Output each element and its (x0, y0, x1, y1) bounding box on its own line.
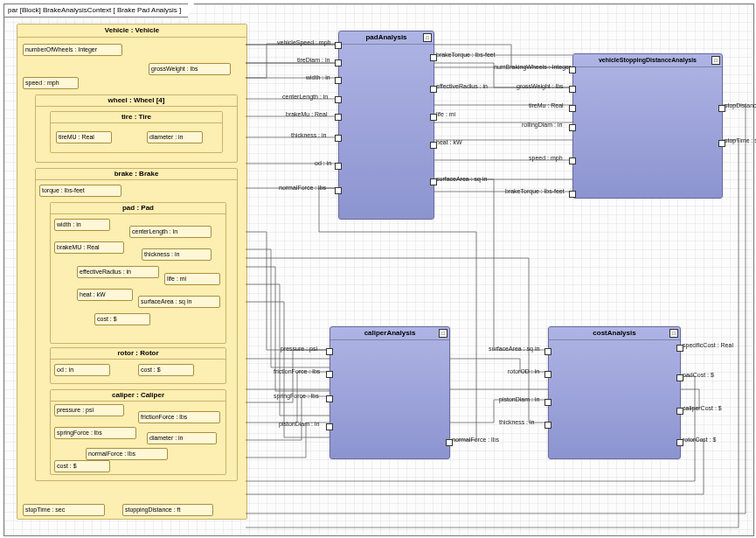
padanalysis-port-l1: tireDiam : in (297, 57, 329, 63)
caliper-port-l1: frictionForce : lbs (274, 368, 320, 374)
cost-port-r1: padCost : $ (683, 372, 714, 378)
padanalysis-port-r3: heat : kW (436, 139, 462, 145)
vsda-port-l4: speed : mph (529, 155, 563, 161)
padanalysis-port-r2: life : mi (436, 111, 455, 117)
cost-port-r0: specificCost : Real (683, 342, 733, 348)
pin-calipdiameter[interactable]: diameter : in (147, 432, 217, 444)
vsda-port-l1: grossWeight : lbs (517, 83, 564, 89)
caliper-port-l3: pistonDiam : in (279, 421, 319, 427)
pin-thickness[interactable]: thickness : in (142, 248, 212, 261)
pin-speed[interactable]: speed : mph (23, 77, 79, 89)
vsda-port-l5: brakeTorque : lbs-feet (505, 188, 565, 194)
padanalysis-block[interactable]: padAnalysis □ (338, 31, 434, 220)
vehicle-block: Vehicle : Vehicle numberOfWheels : Integ… (17, 24, 247, 520)
vsda-port-l3: rollingDiam : in (522, 122, 562, 128)
pin-numberofwheels[interactable]: numberOfWheels : Integer (23, 44, 122, 56)
rotor-title: rotor : Rotor (51, 348, 225, 360)
cost-port-l3: thickness : in (499, 419, 534, 425)
brake-title: brake : Brake (36, 169, 237, 180)
frame-title-text: par [Block] BrakeAnalysisContext [ Brake… (8, 6, 181, 14)
pin-od[interactable]: od : in (54, 364, 110, 376)
padanalysis-port-l5: thickness : in (291, 132, 326, 138)
wheel-title: wheel : Wheel [4] (36, 95, 237, 107)
pin-frictionforce[interactable]: frictionForce : lbs (138, 411, 220, 423)
vsda-port-l0: numBrakingWheels : Integer (494, 64, 571, 70)
costanalysis-title: costAnalysis (549, 327, 680, 340)
pin-normalforce[interactable]: normalForce : lbs (86, 448, 168, 460)
caliper-title: caliper : Caliper (51, 390, 225, 402)
pin-stoptime[interactable]: stopTime : sec (23, 504, 105, 516)
cost-port-l1: rotorOD : in (508, 368, 539, 374)
padanalysis-port-l3: centerLength : in (282, 94, 328, 100)
caliper-port-l0: pressure : psi (281, 346, 317, 352)
pin-springforce[interactable]: springForce : lbs (54, 427, 136, 439)
vsda-block[interactable]: vehicleStoppingDistanceAnalysis □ (572, 53, 723, 199)
pin-tiremu[interactable]: tireMU : Real (56, 131, 112, 143)
pin-calipcost[interactable]: cost : $ (54, 460, 110, 472)
constraint-icon: □ (439, 329, 447, 338)
pin-rotorcost[interactable]: cost : $ (138, 364, 194, 376)
caliperanalysis-title: caliperAnalysis (330, 327, 449, 340)
pin-grossweight[interactable]: grossWeight : lbs (149, 63, 231, 75)
pin-life[interactable]: life : mi (164, 273, 220, 285)
parametric-frame: par [Block] BrakeAnalysisContext [ Brake… (3, 3, 754, 536)
constraint-icon: □ (423, 33, 432, 42)
pin-heat[interactable]: heat : kW (77, 289, 133, 301)
pad-block: pad : Pad width : in centerLength : in b… (50, 202, 226, 344)
frame-title-tab: par [Block] BrakeAnalysisContext [ Brake… (3, 3, 188, 17)
pin-surfacearea[interactable]: surfaceArea : sq in (138, 296, 220, 308)
vehicle-title: Vehicle : Vehicle (17, 24, 246, 38)
pin-centerlength[interactable]: centerLength : in (129, 226, 212, 238)
cost-port-l2: pistonDiam : in (499, 396, 539, 402)
padanalysis-port-r4: surfaceArea : sq in (436, 176, 487, 182)
vsda-title: vehicleStoppingDistanceAnalysis (573, 54, 722, 67)
rotor-block: rotor : Rotor od : in cost : $ (50, 347, 226, 384)
wheel-block: wheel : Wheel [4] tire : Tire tireMU : R… (35, 94, 238, 163)
vsda-port-l2: tireMu : Real (529, 102, 564, 108)
caliper-port-r0: normalForce : lbs (452, 437, 499, 443)
padanalysis-port-l4: brakeMu : Real (286, 111, 327, 117)
pin-padcost[interactable]: cost : $ (94, 313, 150, 325)
pin-effradius[interactable]: effectiveRadius : in (77, 266, 159, 278)
cost-port-r2: caliperCost : $ (683, 405, 722, 411)
costanalysis-block[interactable]: costAnalysis □ (548, 326, 681, 459)
constraint-icon: □ (669, 329, 678, 338)
pin-brakemu[interactable]: brakeMU : Real (54, 241, 124, 254)
cost-port-l0: surfaceArea : sq in (489, 346, 539, 352)
padanalysis-port-l7: normalForce : lbs (279, 185, 326, 191)
padanalysis-title: padAnalysis (339, 31, 433, 45)
pin-pressure[interactable]: pressure : psi (54, 404, 124, 416)
pin-torque[interactable]: torque : lbs-feet (39, 185, 121, 197)
pin-stopdistance[interactable]: stoppingDistance : ft (122, 504, 213, 516)
padanalysis-port-l6: od : in (315, 160, 331, 166)
caliper-port-l2: springForce : lbs (274, 393, 319, 399)
caliperanalysis-block[interactable]: caliperAnalysis □ (329, 326, 450, 459)
caliper-block: caliper : Caliper pressure : psi frictio… (50, 389, 226, 475)
pad-title: pad : Pad (51, 203, 225, 214)
pin-tirediameter[interactable]: diameter : in (147, 131, 203, 143)
brake-block: brake : Brake torque : lbs-feet pad : Pa… (35, 168, 238, 481)
padanalysis-port-l2: width : in (306, 74, 330, 80)
padanalysis-port-r0: brakeTorque : lbs-feet (436, 52, 496, 58)
constraint-icon: □ (711, 56, 720, 65)
tire-block: tire : Tire tireMU : Real diameter : in (50, 111, 223, 153)
pin-width[interactable]: width : in (54, 219, 110, 231)
padanalysis-port-r1: effectiveRadius : in (436, 83, 488, 89)
vsda-port-r0: stopDistance : ft (725, 102, 756, 108)
cost-port-r3: rotorCost : $ (683, 437, 717, 443)
tire-title: tire : Tire (51, 112, 222, 123)
vsda-port-r1: stopTime : sec (725, 137, 756, 143)
padanalysis-port-l0: vehicleSpeed : mph (277, 39, 330, 45)
